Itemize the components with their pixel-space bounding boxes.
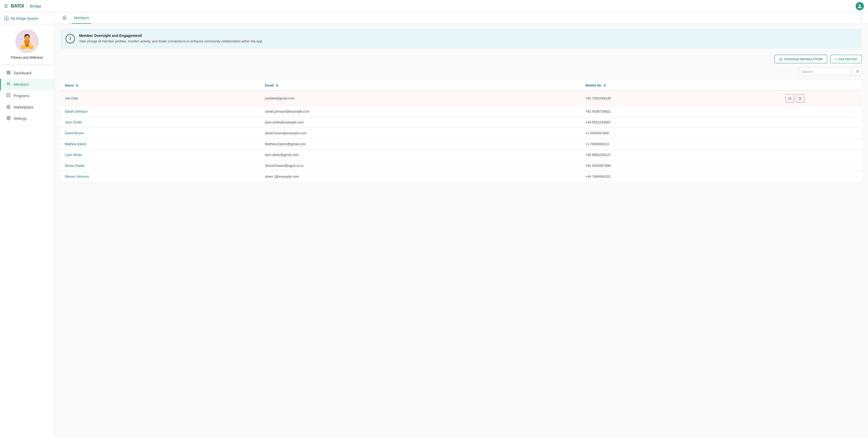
download-member-profile-button[interactable]: Download Member Profile xyxy=(774,55,827,63)
member-name-cell: Steven Johnson xyxy=(61,171,261,182)
sidebar-item-label: Members xyxy=(14,83,29,87)
sidebar-item-programs[interactable]: Programs xyxy=(0,90,54,101)
sort-email-icon[interactable]: ⇅ xyxy=(276,84,278,87)
sidebar-item-members[interactable]: Members xyxy=(0,79,54,90)
search-input[interactable] xyxy=(799,68,850,75)
member-mobile-cell: +91 4554567890 xyxy=(581,160,781,171)
member-email-cell: sarah.johnson@example.com xyxy=(261,106,581,117)
member-name-link[interactable]: Liam Oliver xyxy=(65,153,82,157)
avatar-emoji: 🧘 xyxy=(19,34,35,49)
member-email-cell: joedale@gmail.com xyxy=(261,91,581,106)
profile-name: Fitness and Wellness xyxy=(11,56,43,59)
member-actions-cell xyxy=(781,117,862,128)
members-table: Name ⇅ Email ⇅ Mobile No ⇅ Joe Da xyxy=(60,80,862,182)
member-actions-cell xyxy=(781,91,862,106)
member-email-cell: david.brown@example.com xyxy=(261,128,581,138)
app-title: Bridge xyxy=(30,4,41,8)
member-name-cell: Joe Dale xyxy=(61,91,261,106)
member-email-cell: Mathew.EatonI@gmail.com xyxy=(261,138,581,149)
member-mobile-cell: +40 8956230147 xyxy=(581,149,781,160)
svg-rect-1 xyxy=(9,71,10,72)
search-bar xyxy=(60,67,862,76)
user-avatar[interactable] xyxy=(856,2,864,10)
add-member-button[interactable]: + Add Member xyxy=(830,55,862,63)
member-mobile-cell: +1 7894560213 xyxy=(581,138,781,149)
sort-name-icon[interactable]: ⇅ xyxy=(76,84,78,87)
member-email-cell: liam.oliver@gmail.com xyxy=(261,149,581,160)
breadcrumb-current: Members xyxy=(72,12,91,24)
member-email-cell: john.smith@example.com xyxy=(261,117,581,128)
actions-cell xyxy=(785,94,858,102)
info-icon: i xyxy=(66,34,75,43)
member-actions-cell xyxy=(781,171,862,182)
add-label: Add Member xyxy=(838,57,858,61)
sidebar-item-settings[interactable]: Settings xyxy=(0,113,54,124)
member-name-link[interactable]: John Smith xyxy=(65,120,82,124)
member-name-link[interactable]: Mathew Eaton xyxy=(65,142,86,146)
member-name-link[interactable]: Steven Johnson xyxy=(65,175,89,179)
home-breadcrumb[interactable] xyxy=(60,15,69,21)
my-bridge-spaces-button[interactable]: ⊕ My Bridge Spaces xyxy=(0,12,54,25)
member-actions-cell xyxy=(781,160,862,171)
member-name-link[interactable]: David Brown xyxy=(65,131,84,135)
table-row: John Smith john.smith@example.com +44 55… xyxy=(61,117,862,128)
my-spaces-label: My Bridge Spaces xyxy=(11,17,38,21)
member-name-link[interactable]: Sarah Johnson xyxy=(65,110,87,113)
sidebar-profile: 🧘 Fitness and Wellness xyxy=(0,25,54,65)
main-content: › Members › i Member Oversight and Engag… xyxy=(54,0,868,438)
collapse-icon[interactable]: › xyxy=(861,16,862,21)
member-name-cell: Sarah Johnson xyxy=(61,106,261,117)
member-email-cell: SimonPawerl@aguti.co.in xyxy=(261,160,581,171)
sidebar-item-dashboard[interactable]: Dashboard xyxy=(0,67,54,79)
svg-rect-3 xyxy=(9,73,10,74)
info-title: Member Oversight and Engagement! xyxy=(79,34,263,38)
action-bar: Download Member Profile + Add Member xyxy=(60,55,862,63)
table-row: Simon Pawel SimonPawerl@aguti.co.in +91 … xyxy=(61,160,862,171)
table-row: Steven Johnson stven.J@example.com +44 7… xyxy=(61,171,862,182)
menu-icon[interactable]: ☰ xyxy=(4,4,8,8)
breadcrumb: › Members › xyxy=(54,12,868,24)
svg-point-6 xyxy=(8,118,9,119)
table-row: Liam Oliver liam.oliver@gmail.com +40 89… xyxy=(61,149,862,160)
col-header-name: Name ⇅ xyxy=(61,80,261,91)
info-description: Take charge of member profiles, monitor … xyxy=(79,39,263,44)
member-email-cell: stven.J@example.com xyxy=(261,171,581,182)
member-actions-cell xyxy=(781,138,862,149)
divider xyxy=(27,3,27,9)
member-name-cell: John Smith xyxy=(61,117,261,128)
member-mobile-cell: +91 4536728921 xyxy=(581,106,781,117)
table-row: Mathew Eaton Mathew.EatonI@gmail.com +1 … xyxy=(61,138,862,149)
download-label: Download Member Profile xyxy=(784,57,823,61)
list-view-button[interactable] xyxy=(853,67,862,76)
programs-icon xyxy=(6,93,11,98)
table-row: Joe Dale joedale@gmail.com +91 738104412… xyxy=(61,91,862,106)
member-name-cell: David Brown xyxy=(61,128,261,138)
col-header-actions xyxy=(781,80,862,91)
member-name-link[interactable]: Simon Pawel xyxy=(65,164,85,167)
member-mobile-cell: +1 5554567890 xyxy=(581,128,781,138)
avatar: 🧘 xyxy=(16,30,39,53)
topbar: ☰ BATOI Bridge xyxy=(0,0,868,12)
page-content: i Member Oversight and Engagement! Take … xyxy=(54,24,868,187)
info-banner: i Member Oversight and Engagement! Take … xyxy=(60,29,862,49)
sidebar-item-label: Marketplace xyxy=(14,105,33,109)
table-row: Sarah Johnson sarah.johnson@example.com … xyxy=(61,106,862,117)
member-name-link[interactable]: Joe Dale xyxy=(65,96,78,100)
plus-icon: + xyxy=(835,57,837,61)
table-header: Name ⇅ Email ⇅ Mobile No ⇅ xyxy=(61,80,862,91)
sort-mobile-icon[interactable]: ⇅ xyxy=(603,84,606,87)
svg-point-14 xyxy=(789,98,790,99)
member-name-cell: Simon Pawel xyxy=(61,160,261,171)
view-member-button[interactable] xyxy=(785,94,794,102)
sidebar: ⊕ My Bridge Spaces 🧘 Fitness and Wellnes… xyxy=(0,0,54,438)
sidebar-nav: Dashboard Members Programs Marketplace S… xyxy=(0,65,54,438)
my-spaces-icon: ⊕ xyxy=(4,16,9,21)
member-mobile-cell: +44 7894560321 xyxy=(581,171,781,182)
sidebar-item-marketplace[interactable]: Marketplace xyxy=(0,101,54,113)
col-header-email: Email ⇅ xyxy=(261,80,581,91)
svg-rect-0 xyxy=(7,71,8,72)
members-icon xyxy=(6,82,11,87)
delete-member-button[interactable] xyxy=(796,94,804,102)
info-text: Member Oversight and Engagement! Take ch… xyxy=(79,34,263,44)
marketplace-icon xyxy=(6,104,11,110)
